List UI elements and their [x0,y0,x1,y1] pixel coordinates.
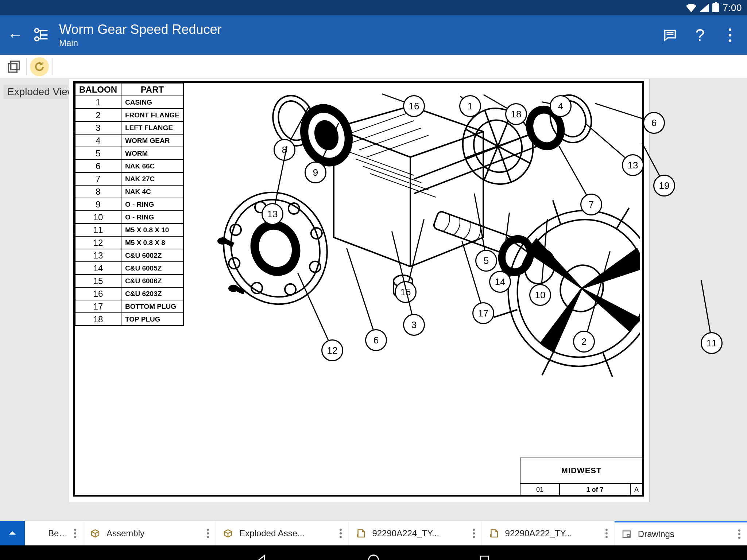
bom-row: 14C&U 6005Z [75,262,183,275]
tab-menu-button[interactable] [473,529,475,538]
bom-cell-part: TOP PLUG [121,313,183,326]
bom-row: 6NAK 66C [75,160,183,172]
bom-row: 15C&U 6006Z [75,275,183,287]
bom-cell-part: LEFT FLANGE [121,121,183,134]
active-view-label[interactable]: Exploded View [4,85,78,99]
back-button[interactable]: ← [7,26,23,44]
tab-assembly[interactable]: Assembly [83,521,216,545]
overflow-menu-button[interactable] [720,25,740,45]
tab-label: Drawings [638,529,732,539]
tab-menu-button[interactable] [605,529,608,538]
nav-back-button[interactable] [255,552,271,560]
bom-cell-part: FRONT FLANGE [121,109,183,121]
svg-rect-3 [11,61,19,70]
bom-cell-balloon: 15 [75,275,121,287]
feature-tree-icon[interactable] [34,27,49,43]
tab-menu-button[interactable] [738,529,740,539]
bom-row: 4WORM GEAR [75,134,183,147]
bom-cell-part: M5 X 0.8 X 10 [121,223,183,236]
bom-cell-balloon: 11 [75,223,121,236]
balloon-leader [701,280,711,332]
tab-menu-button[interactable] [340,529,342,538]
cell-signal-icon [700,4,709,12]
tab-label: 92290A224_TY... [372,528,467,538]
drawing-sheet: BALOON PART 1CASING2FRONT FLANGE3LEFT FL… [69,79,649,502]
bom-cell-balloon: 2 [75,109,121,121]
bom-cell-part: O - RING [121,198,183,211]
balloon: 6 [643,112,665,134]
bom-cell-balloon: 4 [75,134,121,147]
none-icon [31,528,42,539]
tab-exploded-asse-[interactable]: Exploded Asse... [216,521,349,545]
cube-icon [90,528,101,539]
bom-cell-balloon: 10 [75,211,121,223]
bom-cell-part: NAK 4C [121,185,183,198]
bom-cell-balloon: 6 [75,160,121,172]
drawing-border: BALOON PART 1CASING2FRONT FLANGE3LEFT FL… [73,81,644,497]
comments-button[interactable] [660,25,680,45]
tabs-expand-button[interactable] [0,521,25,545]
bom-cell-balloon: 12 [75,236,121,249]
bom-cell-part: CASING [121,96,183,109]
bom-row: 13C&U 6002Z [75,249,183,262]
svg-point-1 [35,37,39,41]
configurations-button[interactable] [4,58,24,76]
bom-cell-balloon: 7 [75,172,121,185]
tab-label: Exploded Asse... [239,528,334,538]
bom-cell-balloon: 16 [75,287,121,300]
toolbar-divider [26,58,27,75]
graphics-toolbar [0,55,747,79]
balloon: 13 [262,203,283,225]
part-icon [355,528,366,539]
tab-menu-button[interactable] [74,529,76,538]
svg-line-44 [616,206,629,230]
tab-drawings[interactable]: Drawings [615,521,747,545]
bom-cell-part: NAK 66C [121,160,183,172]
svg-line-39 [542,351,553,376]
tab-beari-[interactable]: Beari... [25,521,83,545]
svg-point-35 [500,203,640,374]
bom-row: 11M5 X 0.8 X 10 [75,223,183,236]
bom-cell-part: O - RING [121,211,183,223]
bom-cell-part: M5 X 0.8 X 8 [121,236,183,249]
balloon: 2 [573,331,595,353]
drawing-canvas[interactable]: Exploded View BALOON PART 1CASING2FRONT … [0,79,747,521]
svg-point-17 [283,283,297,296]
svg-point-0 [35,29,39,33]
refresh-button[interactable] [29,58,50,76]
balloon: 16 [403,95,425,117]
bom-row: 12M5 X 0.8 X 8 [75,236,183,249]
drawing-rev: A [631,484,642,495]
tab-menu-button[interactable] [207,529,209,538]
balloon: 13 [622,154,644,176]
balloon-leader [642,143,660,176]
bom-cell-part: C&U 6005Z [121,262,183,275]
bom-cell-balloon: 17 [75,300,121,313]
bom-cell-part: C&U 6006Z [121,275,183,287]
tab-92290a222-ty-[interactable]: 92290A222_TY... [482,521,615,545]
toolbar-divider [52,58,53,75]
nav-home-button[interactable] [365,552,382,560]
bom-cell-part: BOTTOM PLUG [121,300,183,313]
bom-col-balloon: BALOON [75,83,121,96]
svg-rect-2 [8,63,17,72]
bom-row: 1CASING [75,96,183,109]
svg-point-34 [488,191,640,386]
drawing-title-block: MIDWEST 01 1 of 7 A [520,458,642,495]
bom-row: 10O - RING [75,211,183,223]
bom-cell-balloon: 18 [75,313,121,326]
help-button[interactable]: ? [690,25,710,45]
balloon: 1 [459,95,481,117]
bom-cell-balloon: 3 [75,121,121,134]
bom-cell-balloon: 13 [75,249,121,262]
cube-icon [222,528,233,539]
balloon: 4 [550,95,572,117]
bom-row: 3LEFT FLANGE [75,121,183,134]
bom-row: 2FRONT FLANGE [75,109,183,121]
sheet-icon [621,529,632,540]
bom-cell-balloon: 9 [75,198,121,211]
company-logo: MIDWEST [520,458,642,483]
tab-92290a224-ty-[interactable]: 92290A224_TY... [349,521,481,545]
nav-recents-button[interactable] [476,552,492,560]
balloon: 15 [395,281,417,303]
